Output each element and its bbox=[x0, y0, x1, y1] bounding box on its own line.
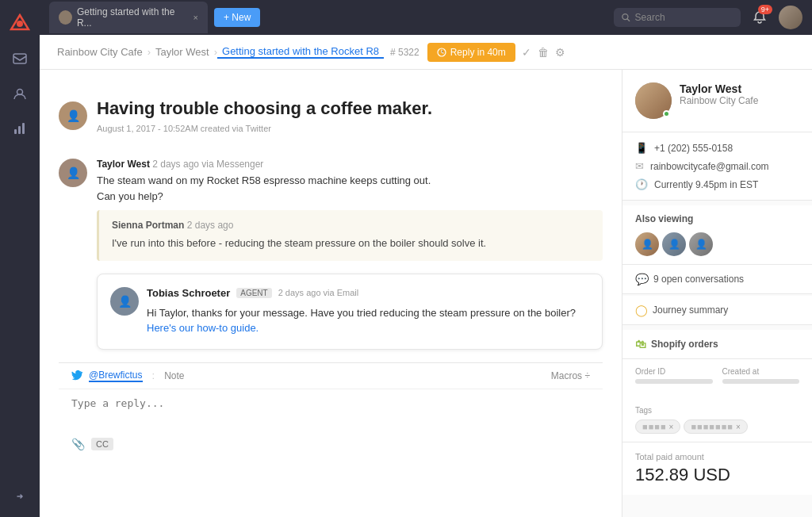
tab-avatar bbox=[59, 10, 72, 25]
viewer-avatar-3: 👤 bbox=[689, 232, 713, 256]
contact-name: Taylor West bbox=[680, 82, 758, 95]
composer-textarea[interactable] bbox=[71, 397, 590, 421]
svg-rect-2 bbox=[13, 54, 26, 63]
notif-badge: 9+ bbox=[758, 5, 772, 14]
svg-rect-5 bbox=[18, 126, 21, 134]
taylor-avatar-msg: 👤 bbox=[59, 159, 87, 187]
tab-close-btn[interactable]: × bbox=[193, 13, 198, 22]
sidebar-item-inbox[interactable] bbox=[6, 44, 34, 73]
svg-rect-4 bbox=[14, 129, 17, 134]
online-indicator bbox=[663, 110, 670, 117]
shopify-label: Shopify orders bbox=[651, 339, 718, 350]
reply-button[interactable]: Reply in 40m bbox=[427, 43, 515, 62]
tab-title: Getting started with the R... bbox=[77, 6, 186, 29]
agent-text: Hi Taylor, thanks for your message. Have… bbox=[147, 305, 589, 336]
phone-row: 📱 +1 (202) 555-0158 bbox=[635, 142, 799, 154]
sidebar-item-reports[interactable] bbox=[6, 114, 34, 143]
conversation-panel: 👤 Having trouble choosing a coffee maker… bbox=[40, 70, 622, 517]
main-area: Getting started with the R... × + New 9+… bbox=[40, 0, 812, 517]
msg-text-line2: Can you help? bbox=[97, 189, 603, 205]
twitter-handle-tab[interactable]: @Brewfictus bbox=[89, 370, 143, 382]
logo-icon[interactable] bbox=[6, 10, 34, 38]
agent-name: Tobias Schroeter bbox=[147, 287, 230, 299]
msg-time: 2 days ago via Messenger bbox=[152, 159, 263, 170]
email-row: ✉ rainbowcitycafe@gmail.com bbox=[635, 160, 799, 172]
tag-chip-2[interactable]: ■■■■■■■ × bbox=[684, 419, 747, 434]
contact-avatar bbox=[635, 82, 672, 119]
how-to-guide-link[interactable]: Here's our how-to guide. bbox=[147, 322, 259, 334]
contact-email: rainbowcitycafe@gmail.com bbox=[650, 161, 769, 172]
agent-time: 2 days ago via Email bbox=[278, 288, 359, 297]
msg-text-line1: The steam wand on my Rocket R58 espresso… bbox=[97, 173, 603, 189]
composer-input[interactable] bbox=[59, 389, 603, 431]
total-label: Total paid amount bbox=[635, 452, 799, 461]
conversation-tab[interactable]: Getting started with the R... × bbox=[49, 2, 208, 33]
tags-section: Tags ■■■■ × ■■■■■■■ × bbox=[622, 398, 812, 442]
resolve-icon[interactable]: ✓ bbox=[522, 46, 531, 59]
shopify-header: 🛍 Shopify orders bbox=[622, 330, 812, 359]
contact-phone: +1 (202) 555-0158 bbox=[654, 143, 733, 154]
agent-avatar: 👤 bbox=[110, 287, 139, 316]
shopify-header-row: Order ID Created at bbox=[635, 367, 799, 384]
sidebar-collapse-btn[interactable] bbox=[6, 482, 34, 511]
top-bar: Getting started with the R... × + New 9+ bbox=[40, 0, 812, 35]
agent-message-card: 👤 Tobias Schroeter AGENT 2 days ago via … bbox=[97, 274, 603, 350]
composer-toolbar: @Brewfictus : Note Macros ÷ bbox=[59, 363, 603, 389]
note-tab[interactable]: Note bbox=[164, 370, 184, 381]
viewer-avatar-1: 👤 bbox=[635, 232, 659, 256]
created-at-label: Created at bbox=[722, 367, 800, 376]
journey-icon: ◯ bbox=[635, 304, 648, 316]
search-input[interactable] bbox=[635, 12, 733, 23]
contact-details: 📱 +1 (202) 555-0158 ✉ rainbowcitycafe@gm… bbox=[622, 132, 812, 201]
sidebar-item-contacts[interactable] bbox=[6, 79, 34, 108]
original-sender-avatar: 👤 bbox=[59, 101, 87, 130]
order-id-bar bbox=[635, 379, 713, 384]
twitter-icon bbox=[71, 370, 82, 381]
user-avatar[interactable] bbox=[779, 6, 802, 29]
phone-icon: 📱 bbox=[635, 142, 648, 154]
sienna-reply-block: Sienna Portman 2 days ago I've run into … bbox=[97, 210, 603, 261]
reply-text: I've run into this before - reducing the… bbox=[112, 236, 590, 251]
reply-btn-label: Reply in 40m bbox=[450, 47, 506, 58]
also-viewing-header[interactable]: Also viewing bbox=[622, 205, 812, 232]
svg-point-1 bbox=[17, 21, 23, 27]
breadcrumb-ticket-title[interactable]: Getting started with the Rocket R8 bbox=[217, 45, 384, 59]
order-id-label: Order ID bbox=[635, 367, 713, 376]
tag-chip-1[interactable]: ■■■■ × bbox=[635, 419, 680, 434]
content-area: 👤 Having trouble choosing a coffee maker… bbox=[40, 70, 812, 517]
tag-remove-1[interactable]: × bbox=[669, 423, 674, 431]
shopify-table: Order ID Created at bbox=[622, 359, 812, 398]
tags-row: ■■■■ × ■■■■■■■ × bbox=[635, 419, 799, 434]
message-taylor-west: 👤 Taylor West 2 days ago via Messenger T… bbox=[59, 159, 603, 261]
tag-remove-2[interactable]: × bbox=[736, 423, 741, 431]
search-box bbox=[614, 8, 741, 27]
new-button[interactable]: + New bbox=[214, 8, 260, 27]
journey-summary-btn[interactable]: ◯ Journey summary bbox=[622, 296, 812, 325]
message-meta: August 1, 2017 - 10:52AM created via Twi… bbox=[97, 124, 432, 133]
shopify-section: 🛍 Shopify orders Order ID Created at bbox=[622, 330, 812, 495]
settings-icon[interactable]: ⚙ bbox=[555, 46, 565, 59]
open-conv-label: 9 open conversations bbox=[653, 274, 744, 285]
cc-btn[interactable]: CC bbox=[91, 438, 113, 450]
tags-label: Tags bbox=[635, 406, 799, 415]
agent-badge: AGENT bbox=[236, 288, 271, 298]
notifications-btn[interactable]: 9+ bbox=[747, 5, 772, 30]
ticket-id: # 5322 bbox=[390, 47, 419, 58]
open-conversations-btn[interactable]: 💬 9 open conversations bbox=[622, 265, 812, 294]
created-at-bar bbox=[722, 379, 800, 384]
attach-icon[interactable]: 📎 bbox=[71, 438, 85, 450]
breadcrumb-rainbow-city[interactable]: Rainbow City Cafe bbox=[52, 46, 147, 58]
breadcrumb-taylor-west[interactable]: Taylor West bbox=[151, 46, 214, 58]
macros-btn[interactable]: Macros ÷ bbox=[551, 370, 590, 381]
total-paid-section: Total paid amount 152.89 USD bbox=[622, 442, 812, 495]
also-viewing-avatars: 👤 👤 👤 bbox=[622, 232, 812, 264]
time-row: 🕐 Currently 9.45pm in EST bbox=[635, 178, 799, 190]
msg-author-name: Taylor West bbox=[97, 159, 150, 170]
contact-header: Taylor West Rainbow City Cafe bbox=[622, 70, 812, 132]
also-viewing-label: Also viewing bbox=[635, 213, 693, 224]
contact-company: Rainbow City Cafe bbox=[680, 95, 758, 106]
svg-rect-6 bbox=[22, 123, 25, 134]
viewer-avatar-2: 👤 bbox=[662, 232, 686, 256]
delete-icon[interactable]: 🗑 bbox=[538, 46, 549, 59]
search-icon bbox=[622, 13, 630, 22]
